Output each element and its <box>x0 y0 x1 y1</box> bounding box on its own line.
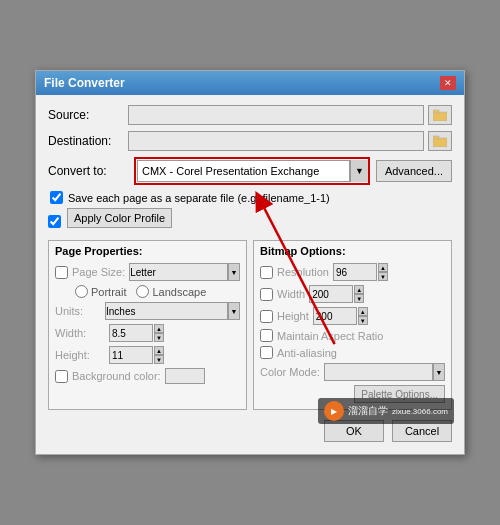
resolution-row: Resolution ▲ ▼ <box>260 263 445 281</box>
maintain-aspect-label: Maintain Aspect Ratio <box>277 330 383 342</box>
width-spinbox: ▲ ▼ <box>109 324 164 342</box>
palette-options-button[interactable]: Palette Options... <box>354 385 445 403</box>
color-mode-select-wrap: ▼ <box>324 363 445 381</box>
bg-color-swatch[interactable] <box>165 368 205 384</box>
bitmap-options-panel: Bitmap Options: Resolution ▲ ▼ <box>253 240 452 410</box>
source-label: Source: <box>48 108 128 122</box>
destination-browse-button[interactable] <box>428 131 452 151</box>
resolution-label: Resolution <box>277 266 329 278</box>
resolution-spin-arrows: ▲ ▼ <box>378 263 388 281</box>
page-size-checkbox[interactable] <box>55 266 68 279</box>
convert-select-wrap: CMX - Corel Presentation Exchange ▼ <box>134 157 370 185</box>
page-size-dropdown-arrow[interactable]: ▼ <box>228 263 240 281</box>
units-dropdown-arrow[interactable]: ▼ <box>228 302 240 320</box>
units-select[interactable]: Inches <box>105 302 228 320</box>
units-select-wrap: Inches ▼ <box>105 302 240 320</box>
apply-color-profile-row: Apply Color Profile <box>48 208 452 234</box>
bitmap-height-spin-up[interactable]: ▲ <box>358 307 368 316</box>
resolution-spinbox: ▲ ▼ <box>333 263 388 281</box>
file-converter-window: File Converter ✕ Source: Destination: <box>35 70 465 455</box>
bitmap-width-spin-down[interactable]: ▼ <box>354 294 364 303</box>
page-size-select-wrap: Letter ▼ <box>129 263 240 281</box>
resolution-checkbox[interactable] <box>260 266 273 279</box>
destination-label: Destination: <box>48 134 128 148</box>
convert-dropdown-arrow[interactable]: ▼ <box>350 160 368 182</box>
height-spin-down[interactable]: ▼ <box>154 355 164 364</box>
folder-icon <box>433 135 447 147</box>
height-spin-up[interactable]: ▲ <box>154 346 164 355</box>
advanced-button[interactable]: Advanced... <box>376 160 452 182</box>
orientation-group: Portrait Landscape <box>55 285 240 298</box>
bitmap-width-checkbox[interactable] <box>260 288 273 301</box>
bitmap-height-input[interactable] <box>313 307 357 325</box>
units-label: Units: <box>55 305 105 317</box>
page-size-label: Page Size: <box>72 266 125 278</box>
apply-color-profile-button[interactable]: Apply Color Profile <box>67 208 172 228</box>
page-properties-panel: Page Properties: Page Size: Letter ▼ <box>48 240 247 410</box>
width-spin-down[interactable]: ▼ <box>154 333 164 342</box>
cancel-button[interactable]: Cancel <box>392 420 452 442</box>
color-mode-dropdown-arrow[interactable]: ▼ <box>433 363 445 381</box>
svg-rect-2 <box>433 138 447 147</box>
save-each-page-row: Save each page as a separate file (e.g. … <box>48 191 452 204</box>
bg-color-row: Background color: <box>55 368 240 384</box>
svg-rect-1 <box>433 110 439 113</box>
anti-aliasing-checkbox[interactable] <box>260 346 273 359</box>
page-size-row: Page Size: Letter ▼ <box>55 263 240 281</box>
source-row: Source: <box>48 105 452 125</box>
bitmap-width-input[interactable] <box>309 285 353 303</box>
palette-options-row: Palette Options... <box>260 385 445 403</box>
bitmap-width-label: Width <box>277 288 305 300</box>
bitmap-width-spin-up[interactable]: ▲ <box>354 285 364 294</box>
convert-to-row: Convert to: CMX - Corel Presentation Exc… <box>48 157 452 185</box>
landscape-radio-label: Landscape <box>136 285 206 298</box>
destination-input[interactable] <box>128 131 424 151</box>
resolution-input[interactable] <box>333 263 377 281</box>
bitmap-width-spin-arrows: ▲ ▼ <box>354 285 364 303</box>
ok-cancel-row: OK Cancel <box>48 420 452 444</box>
source-input[interactable] <box>128 105 424 125</box>
source-input-wrap <box>128 105 452 125</box>
resolution-spin-up[interactable]: ▲ <box>378 263 388 272</box>
destination-input-wrap <box>128 131 452 151</box>
bitmap-height-spin-down[interactable]: ▼ <box>358 316 368 325</box>
height-input[interactable] <box>109 346 153 364</box>
bitmap-width-spinbox: ▲ ▼ <box>309 285 364 303</box>
height-row: Height: ▲ ▼ <box>55 346 240 364</box>
folder-icon <box>433 109 447 121</box>
bitmap-options-title: Bitmap Options: <box>260 245 445 257</box>
bitmap-width-row: Width ▲ ▼ <box>260 285 445 303</box>
source-browse-button[interactable] <box>428 105 452 125</box>
anti-aliasing-label: Anti-aliasing <box>277 347 337 359</box>
landscape-radio[interactable] <box>136 285 149 298</box>
color-mode-label: Color Mode: <box>260 366 320 378</box>
resolution-spin-down[interactable]: ▼ <box>378 272 388 281</box>
color-mode-select[interactable] <box>324 363 433 381</box>
save-each-page-checkbox[interactable] <box>50 191 63 204</box>
bg-color-label: Background color: <box>72 370 161 382</box>
svg-rect-0 <box>433 112 447 121</box>
convert-to-label: Convert to: <box>48 164 128 178</box>
width-input[interactable] <box>109 324 153 342</box>
width-spin-up[interactable]: ▲ <box>154 324 164 333</box>
width-row: Width: ▲ ▼ <box>55 324 240 342</box>
convert-select-container: CMX - Corel Presentation Exchange ▼ <box>137 160 367 182</box>
bitmap-height-spin-arrows: ▲ ▼ <box>358 307 368 325</box>
convert-to-select[interactable]: CMX - Corel Presentation Exchange <box>137 160 350 182</box>
ok-button[interactable]: OK <box>324 420 384 442</box>
close-button[interactable]: ✕ <box>440 76 456 90</box>
page-size-select[interactable]: Letter <box>129 263 228 281</box>
apply-color-profile-checkbox[interactable] <box>48 215 61 228</box>
bitmap-height-row: Height ▲ ▼ <box>260 307 445 325</box>
height-label: Height: <box>55 349 105 361</box>
portrait-radio-label: Portrait <box>75 285 126 298</box>
bg-color-checkbox[interactable] <box>55 370 68 383</box>
title-bar: File Converter ✕ <box>36 71 464 95</box>
svg-rect-3 <box>433 136 439 139</box>
maintain-aspect-checkbox[interactable] <box>260 329 273 342</box>
portrait-label: Portrait <box>91 286 126 298</box>
destination-row: Destination: <box>48 131 452 151</box>
save-each-page-label: Save each page as a separate file (e.g. … <box>68 192 330 204</box>
portrait-radio[interactable] <box>75 285 88 298</box>
bitmap-height-checkbox[interactable] <box>260 310 273 323</box>
